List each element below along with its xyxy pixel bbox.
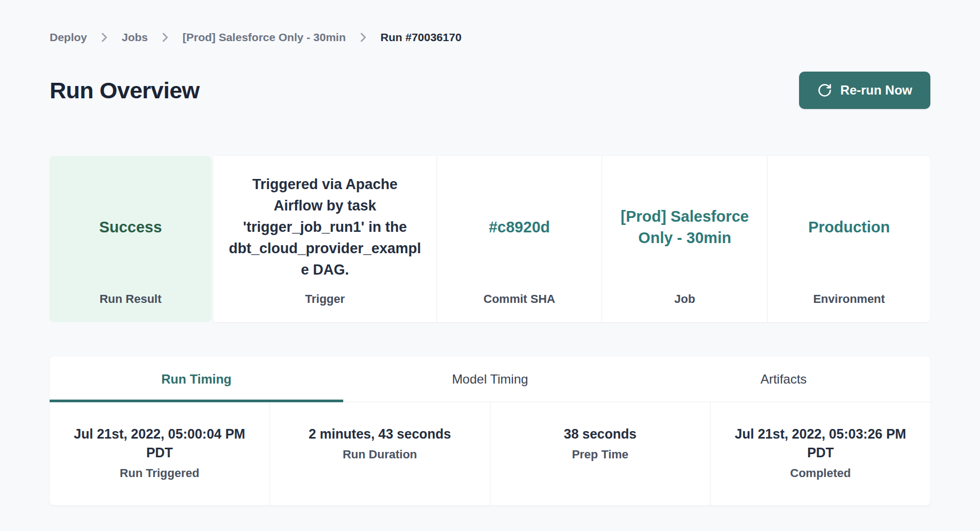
trigger-card: Triggered via Apache Airflow by task 'tr… (214, 156, 437, 322)
header-row: Run Overview Re-run Now (50, 72, 930, 109)
environment-label: Environment (781, 292, 916, 306)
job-label: Job (616, 292, 753, 306)
run-triggered-value: Jul 21st, 2022, 05:00:04 PM PDT (71, 425, 248, 462)
tab-run-timing[interactable]: Run Timing (50, 356, 343, 402)
tab-bar: Run Timing Model Timing Artifacts (50, 356, 930, 402)
page-title: Run Overview (50, 77, 200, 104)
breadcrumb-deploy[interactable]: Deploy (50, 31, 87, 44)
run-timing-row: Jul 21st, 2022, 05:00:04 PM PDT Run Trig… (50, 402, 930, 505)
rerun-now-button[interactable]: Re-run Now (799, 72, 930, 109)
prep-time-label: Prep Time (572, 448, 628, 462)
job-card: [Prod] Salesforce Only - 30min Job (602, 156, 767, 322)
breadcrumb-job-name[interactable]: [Prod] Salesforce Only - 30min (183, 31, 346, 44)
summary-cards-group: Triggered via Apache Airflow by task 'tr… (214, 156, 930, 322)
breadcrumb-run-number: Run #70036170 (381, 31, 462, 44)
environment-link[interactable]: Production (781, 169, 916, 285)
environment-card: Production Environment (767, 156, 930, 322)
run-duration-cell: 2 minutes, 43 seconds Run Duration (270, 402, 490, 505)
trigger-value: Triggered via Apache Airflow by task 'tr… (227, 169, 423, 285)
tab-artifacts[interactable]: Artifacts (637, 356, 930, 402)
run-summary-row: Success Run Result Triggered via Apache … (50, 156, 930, 322)
refresh-icon (817, 83, 832, 98)
commit-sha-label: Commit SHA (451, 292, 588, 306)
trigger-label: Trigger (227, 292, 423, 306)
chevron-right-icon (101, 32, 108, 43)
commit-sha-card: #c8920d Commit SHA (437, 156, 602, 322)
completed-cell: Jul 21st, 2022, 05:03:26 PM PDT Complete… (710, 402, 930, 505)
tab-model-timing[interactable]: Model Timing (343, 356, 637, 402)
run-triggered-cell: Jul 21st, 2022, 05:00:04 PM PDT Run Trig… (50, 402, 270, 505)
run-triggered-label: Run Triggered (120, 466, 199, 480)
prep-time-value: 38 seconds (564, 425, 636, 443)
chevron-right-icon (360, 32, 367, 43)
page-content: Deploy Jobs [Prod] Salesforce Only - 30m… (50, 0, 930, 505)
job-link[interactable]: [Prod] Salesforce Only - 30min (616, 169, 753, 285)
run-result-value: Success (59, 169, 202, 285)
prep-time-cell: 38 seconds Prep Time (490, 402, 710, 505)
run-result-label: Run Result (59, 292, 202, 306)
chevron-right-icon (162, 32, 169, 43)
run-duration-label: Run Duration (343, 448, 417, 462)
breadcrumb-jobs[interactable]: Jobs (122, 31, 148, 44)
rerun-now-label: Re-run Now (840, 83, 912, 98)
breadcrumb: Deploy Jobs [Prod] Salesforce Only - 30m… (50, 31, 930, 44)
completed-value: Jul 21st, 2022, 05:03:26 PM PDT (732, 425, 909, 462)
commit-sha-link[interactable]: #c8920d (451, 169, 588, 285)
run-result-card: Success Run Result (50, 156, 211, 322)
run-detail-panel: Run Timing Model Timing Artifacts Jul 21… (50, 356, 930, 505)
completed-label: Completed (790, 466, 851, 480)
run-duration-value: 2 minutes, 43 seconds (309, 425, 451, 443)
